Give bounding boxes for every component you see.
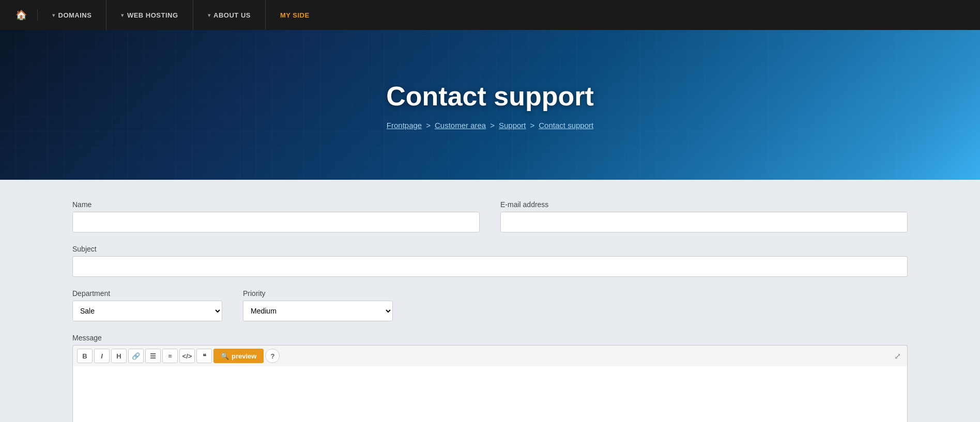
form-area: Name E-mail address Subject Department S… <box>0 180 980 422</box>
ol-icon: ≡ <box>168 352 172 360</box>
nav-item-domains[interactable]: ▾ DOMAINS <box>38 0 106 30</box>
priority-label: Priority <box>243 289 393 298</box>
nav-item-aboutus[interactable]: ▾ ABOUT US <box>193 0 266 30</box>
subject-label: Subject <box>72 245 908 253</box>
heading-icon: H <box>116 352 121 360</box>
message-textarea[interactable] <box>72 366 908 422</box>
preview-button[interactable]: 🔍 preview <box>213 349 264 363</box>
preview-label: preview <box>232 352 256 360</box>
page-title: Contact support <box>386 81 594 112</box>
expand-button[interactable]: ⤢ <box>892 351 903 361</box>
chevron-down-icon: ▾ <box>121 12 124 18</box>
breadcrumb-separator-2: > <box>490 121 495 130</box>
nav-item-myside[interactable]: MY SIDE <box>266 11 324 19</box>
message-group: Message B I H 🔗 ☰ ≡ </> ❝ 🔍 preview ? ⤢ <box>72 334 908 422</box>
navbar: 🏠 ▾ DOMAINS ▾ WEB HOSTING ▾ ABOUT US MY … <box>0 0 980 30</box>
ordered-list-button[interactable]: ≡ <box>162 349 178 363</box>
message-toolbar: B I H 🔗 ☰ ≡ </> ❝ 🔍 preview ? ⤢ <box>72 345 908 366</box>
bold-button[interactable]: B <box>77 349 93 363</box>
name-label: Name <box>72 200 480 209</box>
breadcrumb-frontpage[interactable]: Frontpage <box>387 121 422 130</box>
home-icon: 🏠 <box>16 9 27 21</box>
name-group: Name <box>72 200 480 232</box>
name-input[interactable] <box>72 212 480 232</box>
nav-domains-label: DOMAINS <box>58 11 92 19</box>
heading-button[interactable]: H <box>111 349 127 363</box>
breadcrumb-support[interactable]: Support <box>499 121 526 130</box>
italic-icon: I <box>101 352 103 360</box>
chevron-down-icon: ▾ <box>52 12 55 18</box>
code-icon: </> <box>182 352 192 360</box>
quote-button[interactable]: ❝ <box>196 349 212 363</box>
subject-input[interactable] <box>72 256 908 277</box>
nav-aboutus-label: ABOUT US <box>213 11 251 19</box>
quote-icon: ❝ <box>203 352 206 360</box>
breadcrumb: Frontpage > Customer area > Support > Co… <box>387 121 593 130</box>
nav-myside-label: MY SIDE <box>280 11 310 19</box>
nav-item-webhosting[interactable]: ▾ WEB HOSTING <box>106 0 193 30</box>
name-email-row: Name E-mail address <box>72 200 908 232</box>
priority-group: Priority Low Medium High Critical <box>243 289 393 321</box>
help-button[interactable]: ? <box>265 349 280 363</box>
link-icon: 🔗 <box>132 352 140 360</box>
message-container: B I H 🔗 ☰ ≡ </> ❝ 🔍 preview ? ⤢ <box>72 345 908 422</box>
breadcrumb-separator-1: > <box>426 121 431 130</box>
email-label: E-mail address <box>500 200 908 209</box>
chevron-down-icon: ▾ <box>208 12 211 18</box>
breadcrumb-separator-3: > <box>530 121 535 130</box>
subject-row: Subject <box>72 245 908 277</box>
ul-icon: ☰ <box>150 352 156 360</box>
expand-icon: ⤢ <box>894 352 901 361</box>
code-button[interactable]: </> <box>179 349 195 363</box>
email-group: E-mail address <box>500 200 908 232</box>
department-group: Department Sale Technical Billing Genera… <box>72 289 222 321</box>
priority-select[interactable]: Low Medium High Critical <box>243 301 393 321</box>
breadcrumb-contact-support: Contact support <box>539 121 593 130</box>
department-label: Department <box>72 289 222 298</box>
breadcrumb-customer-area[interactable]: Customer area <box>435 121 486 130</box>
bold-icon: B <box>82 352 87 360</box>
subject-group: Subject <box>72 245 908 277</box>
italic-button[interactable]: I <box>94 349 110 363</box>
help-icon: ? <box>270 352 274 360</box>
unordered-list-button[interactable]: ☰ <box>145 349 161 363</box>
email-input[interactable] <box>500 212 908 232</box>
hero-banner: Contact support Frontpage > Customer are… <box>0 30 980 180</box>
search-icon: 🔍 <box>221 352 229 360</box>
home-nav-button[interactable]: 🏠 <box>16 9 38 21</box>
link-button[interactable]: 🔗 <box>128 349 144 363</box>
dept-priority-row: Department Sale Technical Billing Genera… <box>72 289 908 321</box>
message-label: Message <box>72 334 908 342</box>
nav-webhosting-label: WEB HOSTING <box>127 11 178 19</box>
department-select[interactable]: Sale Technical Billing General <box>72 301 222 321</box>
